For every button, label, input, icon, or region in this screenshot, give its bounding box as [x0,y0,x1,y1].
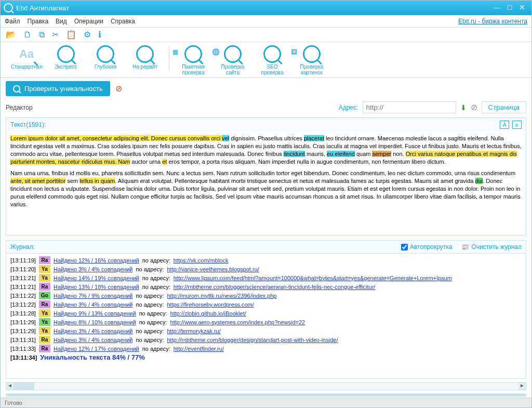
font-toggle-icon[interactable]: A [500,121,509,129]
journal-row: [13:11:31]RaНайдено 3% / 4% совпадений п… [10,335,522,344]
stop-icon[interactable]: ⊘ [115,84,122,94]
source-url[interactable]: http://www.lipsum.com/feed/html?amount=1… [174,275,452,281]
found-link[interactable]: Найдено 14% / 19% совпадений [54,275,139,281]
source-url[interactable]: https://firehorseby.wordpress.com/ [167,301,254,308]
editor-head-text: Текст(1591): [10,121,46,128]
magnifier-icon [263,45,281,63]
journal-time: [13:11:19] [10,257,36,264]
found-link[interactable]: Найдено 3% / 4% совпадений [54,301,133,308]
source-badge: Ra [39,336,50,344]
found-link[interactable]: Найдено 3% / 4% совпадений [54,266,133,272]
menu-file[interactable]: Файл [5,18,20,25]
new-file-icon[interactable]: 🗋 [23,30,32,40]
image-check[interactable]: 🖼Проверка картинок [295,45,328,75]
source-url[interactable]: http://vanice-veethemes.blogspot.ru/ [167,266,259,272]
menu-edit[interactable]: Правка [28,18,49,25]
check-standard[interactable]: AaСтандартная [10,45,43,70]
autoscroll-checkbox[interactable]: Автопрокрутка [401,243,452,251]
journal-time: [13:11:22] [10,301,36,308]
addr-label: по адресу: [136,337,164,343]
source-badge: Ra [39,300,50,308]
editor-panel: Текст(1591): A ≡ Lorem ipsum dolor sit a… [6,117,526,236]
page-button[interactable]: Страница [482,101,526,113]
journal-time: [13:11:31] [10,337,36,343]
scroll-right-icon[interactable]: ► [518,383,526,390]
journal-head-text: Журнал: [10,243,35,251]
journal-panel: Журнал: Автопрокрутка 📰Очистить журнал [… [6,240,526,379]
journal-row: [13:11:21]RaНайдено 13% / 18% совпадений… [10,282,522,291]
addr-label: по адресу: [139,310,167,317]
journal-row: [13:11:29]YaНайдено 3% / 4% совпадений п… [10,326,522,335]
scroll-thumb[interactable] [14,383,34,390]
close-button[interactable]: ✕ [516,3,528,12]
uniqueness-result: Уникальность текста 84% / 77% [40,353,145,361]
action-bar: Проверить уникальность ⊘ [1,78,531,99]
horizontal-scrollbar[interactable]: ◄ ► [6,382,526,390]
addr-label: по адресу: [142,346,170,352]
check-uniqueness-button[interactable]: Проверить уникальность [6,81,110,96]
scroll-left-icon[interactable]: ◄ [6,383,14,390]
addr-label: по адресу: [136,328,164,334]
found-link[interactable]: Найдено 7% / 9% совпадений [54,293,133,299]
copy-icon[interactable]: ⧉ [39,30,45,40]
check-rewrite[interactable]: На рерайт [128,45,162,70]
paste-icon[interactable]: 📋 [66,30,76,40]
source-url[interactable]: http://eventfinder.ru/ [174,346,224,352]
source-url[interactable]: http://rnbtheme.com/blogger/design/stand… [167,337,338,343]
journal-header: Журнал: Автопрокрутка 📰Очистить журнал [6,241,526,254]
menu-help[interactable]: Справка [111,18,135,25]
source-badge: Go [39,292,50,299]
cancel-icon[interactable]: ⊘ [471,102,477,112]
mini-toolbar: 📂 🗋 ⧉ ✂ 📋 ⚙ ℹ [1,28,531,42]
menu-view[interactable]: Вид [56,18,67,25]
cut-icon[interactable]: ✂ [52,30,59,40]
source-url[interactable]: http://rnbtheme.com/blogger/science/aene… [174,284,376,290]
etxt-link[interactable]: Etxt.ru - биржа контента [458,18,527,25]
seo-check[interactable]: SEO проверка [256,45,289,75]
found-link[interactable]: Найдено 12% / 16% совпадений [54,257,139,264]
journal-time: [13:11:33] [10,346,36,352]
menu-operations[interactable]: Операции [74,18,103,25]
check-deep[interactable]: Глубокая [89,45,122,70]
clear-journal-button[interactable]: 📰Очистить журнал [461,243,522,251]
autoscroll-input[interactable] [401,244,408,251]
info-icon[interactable]: ℹ [98,30,101,40]
journal-time: [13:11:20] [10,266,36,272]
journal-row: [13:11:33]RaНайдено 12% / 17% совпадений… [10,344,522,353]
editor-text[interactable]: Lorem ipsum dolor sit amet, consectetur … [6,131,526,235]
view-toggle-icon[interactable]: ≡ [512,121,522,129]
source-url[interactable]: http://termorykzak.ru/ [167,328,220,334]
found-link[interactable]: Найдено 12% / 17% совпадений [54,346,139,352]
source-url[interactable]: http://murom.myttk.ru/news/2396/index.ph… [167,293,276,299]
source-badge: Ya [39,327,50,335]
found-link[interactable]: Найдено 9% / 13% совпадений [54,310,136,317]
ribbon: AaСтандартная Экспресс Глубокая На рерай… [1,42,531,78]
settings-icon[interactable]: ⚙ [84,30,91,40]
ribbon-group-batch: ▦Пакетная проверка 🌐Проверка сайта SEO п… [171,45,334,75]
open-folder-icon[interactable]: 📂 [6,30,16,40]
address-input[interactable] [363,101,456,113]
source-url[interactable]: http://www.aero-systemes.com/index.php?n… [170,319,305,325]
found-link[interactable]: Найдено 8% / 10% совпадений [54,319,136,325]
minimize-button[interactable]: — [491,3,503,12]
addr-label: по адресу: [136,266,164,272]
download-icon[interactable]: ⬇ [460,103,467,112]
check-express[interactable]: Экспресс [49,45,83,70]
source-url[interactable]: http://zlobin.github.io/jBooklet/ [170,310,246,317]
journal-body[interactable]: [13:11:19]RaНайдено 12% / 16% совпадений… [6,254,526,363]
source-url[interactable]: https://vk.com/mblock [174,257,229,264]
status-text: Готово [5,400,22,406]
status-bar: Готово [1,398,531,407]
found-link[interactable]: Найдено 3% / 4% совпадений [54,337,133,343]
journal-row: [13:11:22]RaНайдено 3% / 4% совпадений п… [10,300,522,309]
titlebar: Etxt Антиплагиат — □ ✕ [1,1,531,15]
found-link[interactable]: Найдено 3% / 4% совпадений [54,328,133,334]
journal-row: [13:11:19]RaНайдено 12% / 16% совпадений… [10,256,522,265]
found-link[interactable]: Найдено 13% / 18% совпадений [54,284,139,290]
batch-check[interactable]: ▦Пакетная проверка [177,45,210,75]
aa-icon: Aa [18,45,35,63]
maximize-button[interactable]: □ [503,3,516,12]
magnifier-icon [13,85,20,93]
magnifier-icon [224,45,242,63]
site-check[interactable]: 🌐Проверка сайта [216,45,249,75]
